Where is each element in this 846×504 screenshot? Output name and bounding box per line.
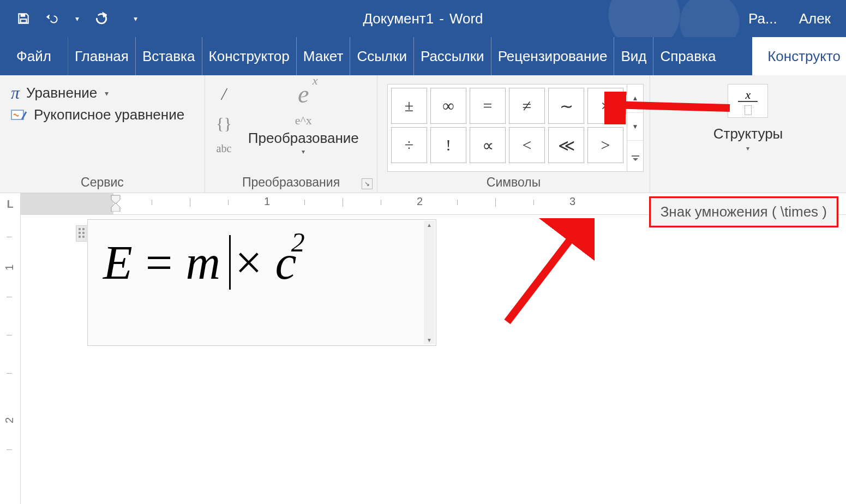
symbol-greater-than[interactable]: > <box>587 127 623 163</box>
symbol-times[interactable]: × <box>587 88 623 124</box>
scroll-down-icon[interactable]: ▼ <box>427 337 432 343</box>
eq-equals: = <box>146 235 173 290</box>
eq-times: × <box>235 235 262 290</box>
undo-dropdown-caret[interactable]: ▾ <box>75 14 79 23</box>
symbol-gallery-scroll: ▲ ▼ <box>627 85 643 171</box>
equation-content[interactable]: E = m × c2 <box>103 224 305 290</box>
ruler-corner-icon[interactable]: L <box>0 193 21 215</box>
group-symbols: ± ∞ = ≠ ∼ × ÷ ! ∝ < ≪ > ▲ ▼ <box>377 75 650 193</box>
symbol-plus-minus[interactable]: ± <box>391 88 427 124</box>
symbol-much-less[interactable]: ≪ <box>548 127 584 163</box>
equation-handle-icon[interactable] <box>76 225 87 242</box>
gallery-scroll-down-icon[interactable]: ▼ <box>627 113 643 141</box>
group-tools-label: Сервис <box>81 175 124 190</box>
vruler-mark-1: 1 <box>3 265 16 271</box>
tab-layout[interactable]: Макет <box>297 37 351 75</box>
ruler-mark-3: 3 <box>569 195 575 208</box>
decorative-bg <box>595 0 759 37</box>
tab-insert[interactable]: Вставка <box>136 37 202 75</box>
symbol-factorial[interactable]: ! <box>430 127 466 163</box>
quick-access-toolbar: ▾ ▾ <box>0 11 137 26</box>
pi-icon: π <box>11 83 20 103</box>
tab-equation-design[interactable]: Конструкто <box>752 37 846 75</box>
convert-icon-sub: e^x <box>295 113 312 128</box>
linear-format-icon[interactable]: {} <box>216 114 232 133</box>
ink-equation-icon <box>11 109 27 122</box>
text-format-icon[interactable]: abc <box>217 142 232 155</box>
tab-review[interactable]: Рецензирование <box>491 37 615 75</box>
equation-label: Уравнение <box>26 85 97 101</box>
tab-file[interactable]: Файл <box>0 37 68 75</box>
document-area: 1 2 E = m × c2 ▲ ▼ <box>0 215 846 504</box>
fraction-icon: x <box>728 84 768 118</box>
group-tools: π Уравнение ▾ Рукописное уравнение Серви… <box>0 75 205 193</box>
ruler-mark-1: 1 <box>264 195 270 208</box>
svg-rect-0 <box>21 14 26 16</box>
group-symbols-label: Символы <box>487 175 541 190</box>
app-name: Word <box>449 10 483 27</box>
account-name[interactable]: Алек <box>799 10 831 27</box>
svg-rect-1 <box>21 19 27 23</box>
symbol-tooltip: Знак умножения ( \times ) <box>649 196 838 227</box>
structures-caption: Структуры <box>713 125 783 142</box>
convert-button[interactable]: ex e^x Преобразование ▾ <box>248 81 359 172</box>
symbol-divide[interactable]: ÷ <box>391 127 427 163</box>
ruler-mark-2: 2 <box>417 195 423 208</box>
convert-caption: Преобразование <box>248 130 359 147</box>
equation-button[interactable]: π Уравнение ▾ <box>11 83 184 103</box>
title-separator: - <box>439 10 444 27</box>
gallery-scroll-up-icon[interactable]: ▲ <box>627 85 643 113</box>
tab-design[interactable]: Конструктор <box>202 37 297 75</box>
eq-var-m: m <box>185 235 220 290</box>
equation-scrollbar[interactable]: ▲ ▼ <box>424 221 435 344</box>
document-name: Документ1 <box>363 10 434 27</box>
page[interactable]: E = m × c2 ▲ ▼ <box>21 215 846 504</box>
symbol-infinity[interactable]: ∞ <box>430 88 466 124</box>
tab-help[interactable]: Справка <box>653 37 722 75</box>
tooltip-text: Знак умножения ( \times ) <box>661 203 827 220</box>
window-title: Документ1 - Word <box>363 10 483 27</box>
vertical-ruler[interactable]: 1 2 <box>0 215 21 504</box>
scroll-up-icon[interactable]: ▲ <box>427 222 432 228</box>
equation-box[interactable]: E = m × c2 ▲ ▼ <box>87 219 436 346</box>
eq-sup-2: 2 <box>291 227 305 257</box>
group-conversions: / {} abc ex e^x Преобразование ▾ Преобра… <box>205 75 377 193</box>
qat-customize-caret[interactable]: ▾ <box>134 14 137 23</box>
group-structures: x Структуры ▾ <box>650 75 846 193</box>
gallery-more-icon[interactable] <box>627 141 643 171</box>
ribbon: π Уравнение ▾ Рукописное уравнение Серви… <box>0 75 846 193</box>
vruler-mark-2: 2 <box>3 417 16 423</box>
convert-icon: ex <box>298 80 309 108</box>
ribbon-tabs: Файл Главная Вставка Конструктор Макет С… <box>0 37 846 75</box>
ink-equation-button[interactable]: Рукописное уравнение <box>11 106 184 123</box>
group-conversions-label: Преобразования <box>242 175 340 190</box>
symbol-less-than[interactable]: < <box>509 127 545 163</box>
tab-references[interactable]: Ссылки <box>350 37 414 75</box>
undo-icon[interactable] <box>46 11 60 26</box>
text-cursor <box>229 235 231 290</box>
conversions-launcher-icon[interactable]: ↘ <box>362 178 373 189</box>
symbol-gallery: ± ∞ = ≠ ∼ × ÷ ! ∝ < ≪ > ▲ ▼ <box>387 84 644 172</box>
save-icon[interactable] <box>16 11 31 26</box>
symbol-not-equal[interactable]: ≠ <box>509 88 545 124</box>
symbol-proportional[interactable]: ∝ <box>470 127 506 163</box>
tab-home[interactable]: Главная <box>68 37 136 75</box>
structures-button[interactable]: x Структуры ▾ <box>713 81 783 172</box>
professional-format-icon[interactable]: / <box>221 84 226 104</box>
tab-mailings[interactable]: Рассылки <box>414 37 491 75</box>
redo-icon[interactable] <box>94 11 109 26</box>
symbol-equals[interactable]: = <box>470 88 506 124</box>
ink-equation-label: Рукописное уравнение <box>34 106 184 123</box>
structures-dropdown-caret[interactable]: ▾ <box>746 145 749 152</box>
symbol-tilde[interactable]: ∼ <box>548 88 584 124</box>
tab-view[interactable]: Вид <box>614 37 653 75</box>
eq-var-e: E <box>103 235 133 290</box>
titlebar: ▾ ▾ Документ1 - Word Ра... Алек <box>0 0 846 37</box>
equation-dropdown-caret[interactable]: ▾ <box>105 89 109 98</box>
convert-dropdown-caret[interactable]: ▾ <box>302 148 305 155</box>
